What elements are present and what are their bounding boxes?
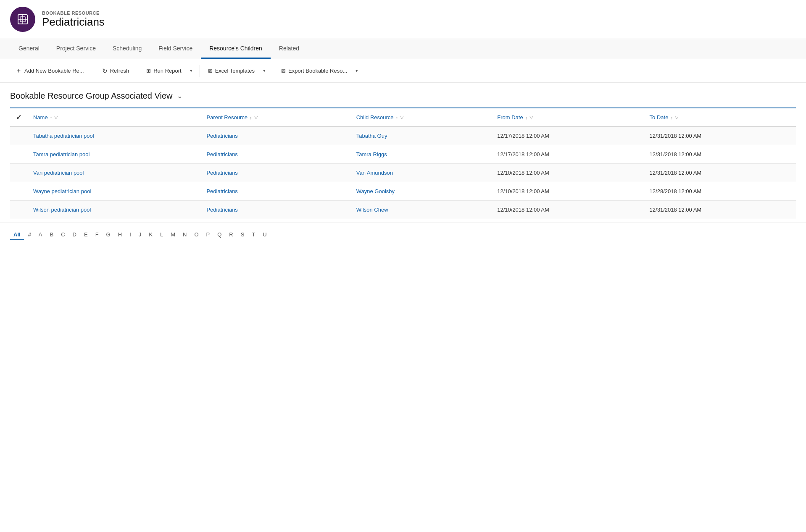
alpha-nav-item-r[interactable]: R bbox=[226, 230, 236, 240]
row-name[interactable]: Tamra pediatrician pool bbox=[27, 145, 200, 164]
table-row: Van pediatrician pool Pediatricians Van … bbox=[10, 164, 796, 182]
view-title: Bookable Resource Group Associated View bbox=[10, 91, 173, 101]
alpha-nav-item-d[interactable]: D bbox=[69, 230, 80, 240]
excel-icon: ⊠ bbox=[208, 68, 213, 74]
table-header-row: ✓ Name ↑ ▽ Parent Resource ↕ ▽ bbox=[10, 108, 796, 127]
from-date-filter-icon[interactable]: ▽ bbox=[529, 115, 533, 120]
row-to-date: 12/28/2018 12:00 AM bbox=[644, 182, 796, 201]
row-parent-resource[interactable]: Pediatricians bbox=[200, 201, 350, 219]
add-new-button[interactable]: ＋ Add New Bookable Re... bbox=[10, 63, 90, 78]
alpha-nav-item-e[interactable]: E bbox=[81, 230, 91, 240]
row-checkbox[interactable] bbox=[10, 127, 27, 145]
select-all-header[interactable]: ✓ bbox=[10, 108, 27, 127]
app-logo bbox=[10, 7, 35, 32]
child-sort-icon[interactable]: ↕ bbox=[396, 115, 398, 120]
alpha-nav-item-i[interactable]: I bbox=[126, 230, 134, 240]
alpha-nav-item-hash[interactable]: # bbox=[25, 230, 34, 240]
row-child-resource[interactable]: Tamra Riggs bbox=[350, 145, 492, 164]
col-name-label: Name bbox=[33, 114, 48, 121]
view-title-bar: Bookable Resource Group Associated View … bbox=[0, 83, 806, 107]
to-date-filter-icon[interactable]: ▽ bbox=[675, 115, 678, 120]
row-checkbox[interactable] bbox=[10, 145, 27, 164]
row-to-date: 12/31/2018 12:00 AM bbox=[644, 127, 796, 145]
alpha-nav-item-all[interactable]: All bbox=[10, 230, 24, 240]
run-report-label: Run Report bbox=[153, 68, 181, 74]
row-child-resource[interactable]: Van Amundson bbox=[350, 164, 492, 182]
export-label: Export Bookable Reso... bbox=[288, 68, 347, 74]
alpha-nav-item-o[interactable]: O bbox=[191, 230, 202, 240]
alpha-nav-item-b[interactable]: B bbox=[47, 230, 57, 240]
tab-related[interactable]: Related bbox=[271, 39, 308, 59]
refresh-label: Refresh bbox=[110, 68, 129, 74]
parent-sort-icon[interactable]: ↕ bbox=[250, 115, 252, 120]
alpha-nav-item-q[interactable]: Q bbox=[214, 230, 225, 240]
row-checkbox[interactable] bbox=[10, 182, 27, 201]
col-child-resource-label: Child Resource bbox=[356, 114, 394, 121]
from-date-sort-icon[interactable]: ↕ bbox=[525, 115, 528, 120]
row-checkbox[interactable] bbox=[10, 164, 27, 182]
excel-templates-label: Excel Templates bbox=[215, 68, 255, 74]
alpha-nav-item-k[interactable]: K bbox=[145, 230, 156, 240]
parent-filter-icon[interactable]: ▽ bbox=[254, 115, 258, 120]
alpha-nav-item-j[interactable]: J bbox=[135, 230, 145, 240]
excel-templates-button[interactable]: ⊠ Excel Templates bbox=[203, 64, 259, 77]
row-child-resource[interactable]: Tabatha Guy bbox=[350, 127, 492, 145]
name-sort-icon[interactable]: ↑ bbox=[50, 115, 53, 120]
app-title-group: BOOKABLE RESOURCE Pediatricians bbox=[42, 10, 105, 29]
table-row: Wayne pediatrician pool Pediatricians Wa… bbox=[10, 182, 796, 201]
row-name[interactable]: Tabatha pediatrician pool bbox=[27, 127, 200, 145]
alpha-nav-item-h[interactable]: H bbox=[115, 230, 125, 240]
alpha-nav-item-t[interactable]: T bbox=[248, 230, 258, 240]
alpha-nav-item-p[interactable]: P bbox=[203, 230, 213, 240]
export-button[interactable]: ⊠ Export Bookable Reso... bbox=[277, 64, 352, 77]
col-parent-resource-label: Parent Resource bbox=[206, 114, 248, 121]
to-date-sort-icon[interactable]: ↕ bbox=[670, 115, 673, 120]
toolbar: ＋ Add New Bookable Re... ↻ Refresh ⊞ Run… bbox=[0, 59, 806, 83]
refresh-button[interactable]: ↻ Refresh bbox=[97, 64, 135, 78]
excel-templates-split-button: ⊠ Excel Templates ▾ bbox=[203, 64, 269, 77]
app-header: BOOKABLE RESOURCE Pediatricians bbox=[0, 0, 806, 39]
child-filter-icon[interactable]: ▽ bbox=[400, 115, 403, 120]
run-report-icon: ⊞ bbox=[146, 68, 151, 74]
export-dropdown[interactable]: ▾ bbox=[352, 65, 362, 77]
excel-templates-dropdown[interactable]: ▾ bbox=[259, 65, 269, 77]
alpha-nav-item-l[interactable]: L bbox=[157, 230, 166, 240]
alpha-nav-item-c[interactable]: C bbox=[58, 230, 68, 240]
row-from-date: 12/10/2018 12:00 AM bbox=[491, 164, 643, 182]
run-report-dropdown[interactable]: ▾ bbox=[186, 65, 196, 77]
alpha-nav-item-a[interactable]: A bbox=[35, 230, 46, 240]
alpha-nav-item-n[interactable]: N bbox=[179, 230, 190, 240]
export-split-button: ⊠ Export Bookable Reso... ▾ bbox=[277, 64, 362, 77]
row-parent-resource[interactable]: Pediatricians bbox=[200, 182, 350, 201]
row-parent-resource[interactable]: Pediatricians bbox=[200, 145, 350, 164]
col-child-resource: Child Resource ↕ ▽ bbox=[350, 108, 492, 127]
row-name[interactable]: Van pediatrician pool bbox=[27, 164, 200, 182]
row-from-date: 12/10/2018 12:00 AM bbox=[491, 201, 643, 219]
row-name[interactable]: Wilson pediatrician pool bbox=[27, 201, 200, 219]
tab-project-service[interactable]: Project Service bbox=[48, 39, 104, 59]
row-parent-resource[interactable]: Pediatricians bbox=[200, 127, 350, 145]
nav-tabs: General Project Service Scheduling Field… bbox=[0, 39, 806, 59]
tab-general[interactable]: General bbox=[10, 39, 48, 59]
row-name[interactable]: Wayne pediatrician pool bbox=[27, 182, 200, 201]
alpha-nav-item-s[interactable]: S bbox=[237, 230, 248, 240]
tab-scheduling[interactable]: Scheduling bbox=[104, 39, 150, 59]
alpha-nav-item-m[interactable]: M bbox=[167, 230, 179, 240]
row-checkbox[interactable] bbox=[10, 201, 27, 219]
alpha-nav-item-g[interactable]: G bbox=[103, 230, 114, 240]
name-filter-icon[interactable]: ▽ bbox=[54, 115, 58, 120]
toolbar-separator-1 bbox=[93, 65, 93, 77]
alpha-nav-item-f[interactable]: F bbox=[92, 230, 102, 240]
row-child-resource[interactable]: Wilson Chew bbox=[350, 201, 492, 219]
alpha-nav-item-u[interactable]: U bbox=[259, 230, 270, 240]
row-from-date: 12/17/2018 12:00 AM bbox=[491, 145, 643, 164]
table-row: Tamra pediatrician pool Pediatricians Ta… bbox=[10, 145, 796, 164]
run-report-button[interactable]: ⊞ Run Report bbox=[142, 64, 186, 77]
row-child-resource[interactable]: Wayne Goolsby bbox=[350, 182, 492, 201]
row-from-date: 12/10/2018 12:00 AM bbox=[491, 182, 643, 201]
col-from-date: From Date ↕ ▽ bbox=[491, 108, 643, 127]
view-title-chevron[interactable]: ⌄ bbox=[177, 92, 182, 100]
tab-resources-children[interactable]: Resource's Children bbox=[201, 39, 271, 59]
tab-field-service[interactable]: Field Service bbox=[150, 39, 201, 59]
row-parent-resource[interactable]: Pediatricians bbox=[200, 164, 350, 182]
